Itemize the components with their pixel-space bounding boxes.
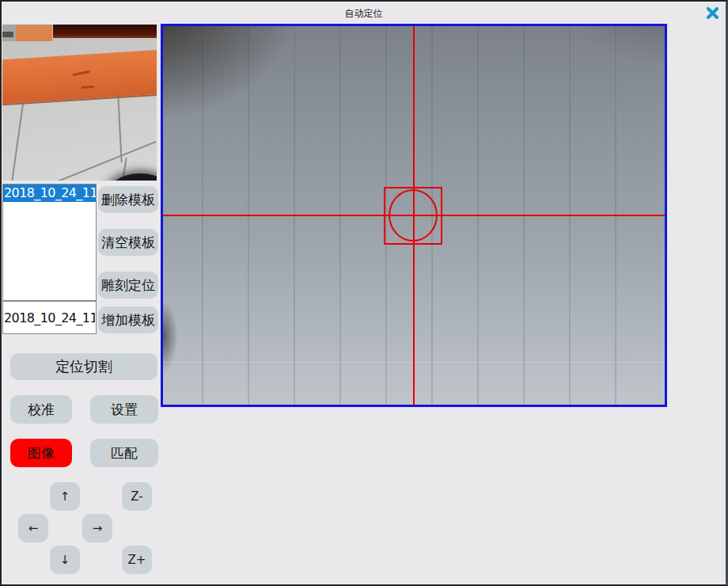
z-plus-button[interactable]: Z+ [122,546,152,574]
list-item[interactable]: 2018_10_24_11 [3,185,96,202]
preview-corner-shadow [2,32,13,37]
preview-grout-line [8,103,24,181]
close-icon [706,7,719,19]
title-bar: 自动定位 [2,2,726,23]
auto-locate-dialog: 自动定位 2018_10_24_11 删除模板 清空模板 雕刻定位 增加模板 定… [0,0,728,586]
settings-button[interactable]: 设置 [90,395,158,424]
arrow-left-icon: ← [28,521,39,535]
arrow-right-icon: → [93,521,103,535]
jog-down-button[interactable]: ↓ [50,546,80,574]
preview-dark-bar [53,25,157,38]
camera-viewport[interactable] [161,24,667,407]
engrave-locate-button[interactable]: 雕刻定位 [98,272,158,299]
preview-beam-mark [73,70,90,76]
template-preview-image [2,25,157,181]
z-plus-label: Z+ [128,553,146,567]
match-region-circle [389,189,438,242]
locate-cut-button[interactable]: 定位切割 [10,353,157,380]
template-name-input[interactable] [2,301,97,334]
clear-template-button[interactable]: 清空模板 [98,229,158,256]
preview-orange-beam [2,49,157,105]
image-button[interactable]: 图像 [10,439,72,467]
close-button[interactable] [703,5,721,21]
jog-right-button[interactable]: → [82,514,112,542]
calibrate-button[interactable]: 校准 [10,395,72,424]
jog-up-button[interactable]: ↑ [50,482,80,511]
match-button[interactable]: 匹配 [90,439,158,467]
page-title: 自动定位 [2,7,726,21]
delete-template-button[interactable]: 删除模板 [98,186,158,213]
jog-left-button[interactable]: ← [18,514,48,542]
preview-beam-mark [82,86,94,89]
arrow-down-icon: ↓ [60,553,70,567]
template-list[interactable]: 2018_10_24_11 [2,184,97,301]
preview-orange-chip [16,25,52,41]
preview-dark-object [105,173,157,181]
z-minus-button[interactable]: Z- [122,482,152,511]
arrow-up-icon: ↑ [60,489,70,504]
add-template-button[interactable]: 增加模板 [98,306,158,333]
z-minus-label: Z- [131,489,142,504]
